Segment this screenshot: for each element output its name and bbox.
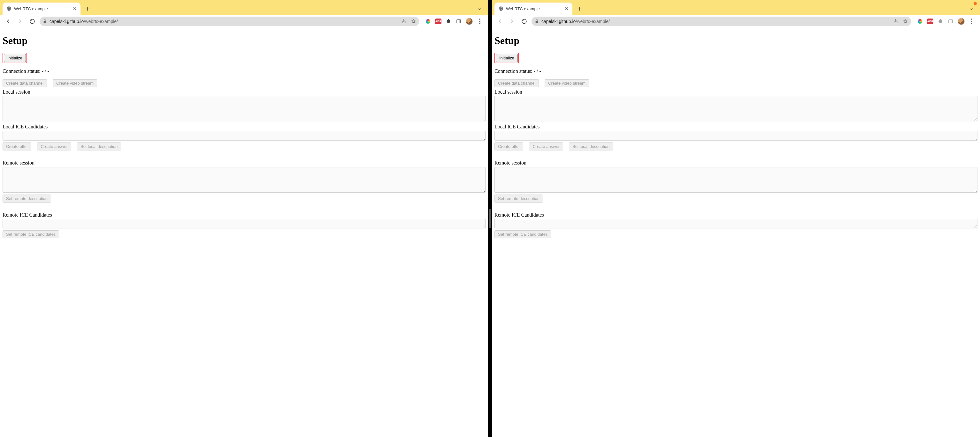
create-offer-button[interactable]: Create offer xyxy=(495,143,523,151)
reload-button[interactable] xyxy=(27,17,37,26)
set-remote-ice-button[interactable]: Set remote ICE candidates xyxy=(495,230,551,238)
extensions-icon[interactable] xyxy=(937,18,943,25)
tab-title: WebRTC example xyxy=(14,6,48,11)
back-button[interactable] xyxy=(3,17,13,26)
address-bar[interactable]: capelski.github.io/webrtc-example/ xyxy=(40,17,419,26)
lock-icon xyxy=(43,19,47,23)
local-session-label: Local session xyxy=(495,89,977,95)
browser-window: WebRTC example ✕ ＋ capelski.github.io/we… xyxy=(492,0,980,437)
page-content: Setup Initialize Connection status: - / … xyxy=(492,28,980,437)
local-ice-field[interactable] xyxy=(3,131,485,141)
adblock-icon[interactable]: ABP xyxy=(927,19,933,24)
extensions-area: ABP xyxy=(422,18,485,25)
toolbar: capelski.github.io/webrtc-example/ ABP xyxy=(492,15,980,28)
remote-session-field[interactable] xyxy=(3,167,485,192)
url-text: capelski.github.io/webrtc-example/ xyxy=(541,19,610,24)
toolbar: capelski.github.io/webrtc-example/ ABP xyxy=(0,15,488,28)
initialize-button[interactable]: Initialize xyxy=(4,54,26,62)
set-remote-description-button[interactable]: Set remote description xyxy=(3,195,51,203)
create-answer-button[interactable]: Create answer xyxy=(529,143,563,151)
local-ice-label: Local ICE Candidates xyxy=(495,123,977,130)
local-session-field[interactable] xyxy=(495,96,977,121)
new-tab-button[interactable]: ＋ xyxy=(83,3,92,14)
initialize-button[interactable]: Initialize xyxy=(496,54,518,62)
adblock-icon[interactable]: ABP xyxy=(435,19,441,24)
globe-icon xyxy=(498,6,503,11)
window-divider[interactable] xyxy=(488,0,492,437)
connection-status-value: - / - xyxy=(42,68,49,74)
remote-ice-field[interactable] xyxy=(3,219,485,229)
connection-status: Connection status: - / - xyxy=(3,68,485,75)
remote-session-label: Remote session xyxy=(495,159,977,167)
create-video-stream-button[interactable]: Create video stream xyxy=(545,79,589,87)
tab-strip: WebRTC example ✕ ＋ xyxy=(492,0,980,15)
profile-avatar[interactable] xyxy=(958,18,965,25)
url-text: capelski.github.io/webrtc-example/ xyxy=(49,19,118,24)
set-remote-ice-button[interactable]: Set remote ICE candidates xyxy=(3,230,59,238)
kebab-menu-icon[interactable] xyxy=(969,19,975,24)
colorwheel-icon[interactable] xyxy=(425,18,431,25)
bookmark-icon[interactable] xyxy=(411,19,416,24)
reload-button[interactable] xyxy=(519,17,529,26)
create-answer-button[interactable]: Create answer xyxy=(37,143,71,151)
page-title: Setup xyxy=(3,34,485,48)
connection-status-value: - / - xyxy=(534,68,541,74)
remote-ice-label: Remote ICE Candidates xyxy=(3,211,485,218)
share-icon[interactable] xyxy=(893,19,898,24)
tabs-dropdown-icon[interactable] xyxy=(969,7,974,11)
forward-button xyxy=(507,17,517,26)
set-remote-description-button[interactable]: Set remote description xyxy=(495,195,543,203)
page-content: Setup Initialize Connection status: - / … xyxy=(0,28,488,437)
reader-panel-icon[interactable] xyxy=(455,18,462,25)
connection-status: Connection status: - / - xyxy=(495,68,977,75)
browser-tab[interactable]: WebRTC example ✕ xyxy=(3,3,81,15)
forward-button xyxy=(15,17,25,26)
lock-icon xyxy=(535,19,539,23)
create-offer-button[interactable]: Create offer xyxy=(3,143,31,151)
reader-panel-icon[interactable] xyxy=(947,18,954,25)
page-title: Setup xyxy=(495,34,977,48)
initialize-highlight: Initialize xyxy=(3,53,27,63)
close-icon[interactable]: ✕ xyxy=(564,5,569,12)
remote-ice-field[interactable] xyxy=(495,219,977,229)
local-ice-field[interactable] xyxy=(495,131,977,141)
kebab-menu-icon[interactable] xyxy=(477,19,483,24)
local-ice-label: Local ICE Candidates xyxy=(3,123,485,130)
create-data-channel-button[interactable]: Create data channel xyxy=(495,79,539,87)
initialize-highlight: Initialize xyxy=(495,53,519,63)
bookmark-icon[interactable] xyxy=(903,19,908,24)
set-local-description-button[interactable]: Set local description xyxy=(77,143,121,151)
window-control-dot[interactable] xyxy=(974,2,977,5)
local-session-field[interactable] xyxy=(3,96,485,121)
tab-strip: WebRTC example ✕ ＋ xyxy=(0,0,488,15)
remote-session-field[interactable] xyxy=(495,167,977,192)
share-icon[interactable] xyxy=(401,19,406,24)
create-data-channel-button[interactable]: Create data channel xyxy=(3,79,47,87)
local-session-label: Local session xyxy=(3,89,485,95)
close-icon[interactable]: ✕ xyxy=(72,5,77,12)
globe-icon xyxy=(6,6,11,11)
remote-ice-label: Remote ICE Candidates xyxy=(495,211,977,218)
remote-session-label: Remote session xyxy=(3,159,485,167)
browser-window: WebRTC example ✕ ＋ capelski.github.io/we… xyxy=(0,0,488,437)
new-tab-button[interactable]: ＋ xyxy=(574,3,585,14)
create-video-stream-button[interactable]: Create video stream xyxy=(53,79,97,87)
set-local-description-button[interactable]: Set local description xyxy=(569,143,613,151)
colorwheel-icon[interactable] xyxy=(917,18,923,25)
tabs-dropdown-icon[interactable] xyxy=(477,7,482,11)
back-button xyxy=(495,17,505,26)
svg-rect-2 xyxy=(457,19,461,23)
svg-rect-6 xyxy=(949,19,953,23)
extensions-area: ABP xyxy=(913,18,977,25)
profile-avatar[interactable] xyxy=(466,18,473,25)
browser-tab[interactable]: WebRTC example ✕ xyxy=(495,3,573,15)
address-bar[interactable]: capelski.github.io/webrtc-example/ xyxy=(531,17,911,26)
extensions-icon[interactable] xyxy=(445,18,452,25)
tab-title: WebRTC example xyxy=(506,6,540,11)
